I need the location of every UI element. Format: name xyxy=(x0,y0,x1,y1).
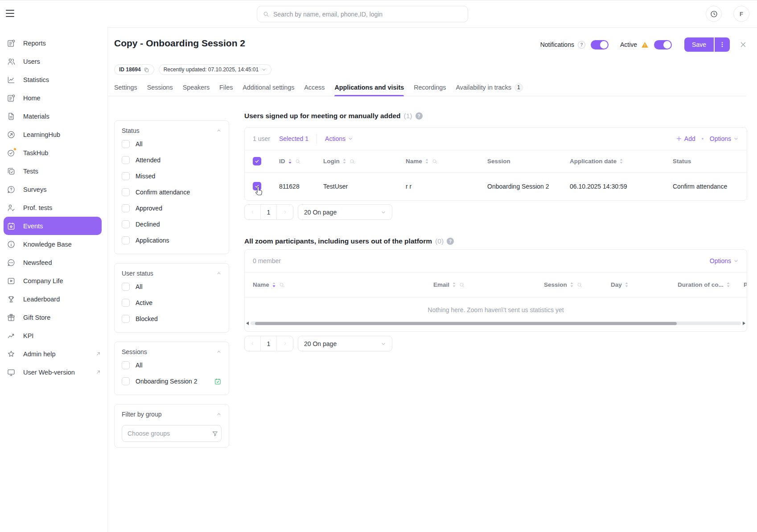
sidebar-item-taskhub[interactable]: TaskHub xyxy=(0,144,107,162)
checkbox[interactable] xyxy=(122,377,130,385)
column-search-icon[interactable] xyxy=(459,282,465,288)
filter-status-header[interactable]: Status xyxy=(122,125,222,136)
column-search-icon[interactable] xyxy=(295,158,301,165)
column-search-icon[interactable] xyxy=(349,158,355,165)
search-input[interactable] xyxy=(273,11,462,18)
prev-page-button[interactable] xyxy=(245,336,261,351)
filter-option-onboarding-session-2[interactable]: Onboarding Session 2 xyxy=(122,373,222,389)
column-header-day[interactable]: Day xyxy=(605,281,672,288)
sidebar-item-knowledge-base[interactable]: Knowledge Base xyxy=(0,235,107,253)
recently-updated-badge[interactable]: Recently updated: 07.10.2025, 14:45:01 xyxy=(159,64,272,75)
sort-icon[interactable] xyxy=(288,158,292,164)
sidebar-item-users[interactable]: Users xyxy=(0,52,107,70)
filter-option-confirm-attendance[interactable]: Confirm attendance xyxy=(122,184,222,200)
filter-group-header[interactable]: Filter by group xyxy=(122,409,222,420)
checkbox[interactable] xyxy=(122,220,130,228)
column-header-name[interactable]: Name xyxy=(245,281,428,288)
column-header-application-date[interactable]: Application date xyxy=(564,158,667,165)
filter-option-declined[interactable]: Declined xyxy=(122,216,222,232)
funnel-filter-icon[interactable] xyxy=(212,430,218,437)
scroll-left-arrow[interactable] xyxy=(246,322,249,325)
scrollbar-track[interactable] xyxy=(251,322,741,325)
filter-user-status-header[interactable]: User status xyxy=(122,268,222,279)
tab-settings[interactable]: Settings xyxy=(114,80,137,96)
checkbox[interactable] xyxy=(122,204,130,212)
tab-additional-settings[interactable]: Additional settings xyxy=(243,80,294,96)
help-icon[interactable]: ? xyxy=(578,41,585,49)
column-header-duration[interactable]: Duration of co... xyxy=(672,281,738,288)
column-header-id[interactable]: ID xyxy=(273,158,317,165)
selected-count-link[interactable]: Selected 1 xyxy=(279,135,309,142)
column-header-email[interactable]: Email xyxy=(428,281,538,288)
scroll-right-arrow[interactable] xyxy=(743,322,745,325)
hamburger-menu-icon[interactable] xyxy=(6,10,14,17)
column-header-name[interactable]: Name xyxy=(400,158,481,165)
sort-icon[interactable] xyxy=(625,282,629,288)
sidebar-item-reports[interactable]: Reports xyxy=(0,34,107,52)
next-page-button[interactable] xyxy=(277,205,293,219)
sidebar-item-events[interactable]: Events xyxy=(4,217,102,235)
add-button[interactable]: Add xyxy=(676,135,695,142)
user-avatar[interactable]: F xyxy=(733,6,749,22)
history-clock-button[interactable] xyxy=(706,6,722,22)
next-page-button[interactable] xyxy=(277,336,293,351)
column-header-participant[interactable]: Pa xyxy=(738,281,747,288)
prev-page-button[interactable] xyxy=(245,205,261,219)
tab-access[interactable]: Access xyxy=(304,80,325,96)
sort-icon[interactable] xyxy=(570,282,574,288)
checkbox[interactable] xyxy=(122,315,130,323)
sort-icon[interactable] xyxy=(425,158,429,164)
tab-recordings[interactable]: Recordings xyxy=(414,80,446,96)
sort-icon[interactable] xyxy=(619,158,623,164)
column-header-status[interactable]: Status xyxy=(667,158,747,165)
actions-dropdown[interactable]: Actions xyxy=(325,135,353,142)
checkbox[interactable] xyxy=(122,140,130,148)
column-header-session[interactable]: Session xyxy=(538,281,605,288)
sidebar-item-materials[interactable]: Materials xyxy=(0,107,107,125)
checkbox[interactable] xyxy=(122,299,130,307)
sort-icon[interactable] xyxy=(726,282,730,288)
sidebar-item-gift-store[interactable]: Gift Store xyxy=(0,308,107,326)
per-page-select[interactable]: 20 On page xyxy=(298,204,392,220)
sidebar-item-statistics[interactable]: Statistics xyxy=(0,70,107,89)
filter-option-all[interactable]: All xyxy=(122,357,222,373)
filter-option-approved[interactable]: Approved xyxy=(122,200,222,216)
sort-icon[interactable] xyxy=(452,282,456,288)
current-page[interactable]: 1 xyxy=(261,205,277,219)
sidebar-item-newsfeed[interactable]: Newsfeed xyxy=(0,253,107,272)
sidebar-item-home[interactable]: Home xyxy=(0,89,107,107)
filter-option-active[interactable]: Active xyxy=(122,295,222,311)
sidebar-item-leaderboard[interactable]: Leaderboard xyxy=(0,290,107,308)
column-search-icon[interactable] xyxy=(432,158,438,165)
sidebar-item-surveys[interactable]: Surveys xyxy=(0,180,107,198)
filter-sessions-header[interactable]: Sessions xyxy=(122,346,222,357)
current-page[interactable]: 1 xyxy=(261,336,277,351)
sidebar-item-admin-help[interactable]: Admin help xyxy=(0,345,107,363)
more-actions-kebab-button[interactable] xyxy=(715,37,730,52)
row-checkbox[interactable] xyxy=(253,182,261,190)
sort-icon[interactable] xyxy=(272,282,276,288)
sort-icon[interactable] xyxy=(342,158,346,164)
close-icon[interactable] xyxy=(739,41,747,49)
options-dropdown[interactable]: Options xyxy=(710,135,739,142)
options-dropdown[interactable]: Options xyxy=(710,257,739,264)
column-search-icon[interactable] xyxy=(576,282,583,288)
sidebar-item-user-web-version[interactable]: User Web-version xyxy=(0,363,107,381)
filter-option-missed[interactable]: Missed xyxy=(122,168,222,184)
scrollbar-thumb[interactable] xyxy=(255,322,677,325)
help-icon[interactable]: ? xyxy=(447,238,454,245)
checkbox[interactable] xyxy=(122,283,130,291)
tab-sessions[interactable]: Sessions xyxy=(147,80,173,96)
tab-applications-and-visits[interactable]: Applications and visits xyxy=(334,80,404,96)
choose-groups-input[interactable] xyxy=(128,430,208,437)
tab-files[interactable]: Files xyxy=(219,80,233,96)
filter-option-applications[interactable]: Applications xyxy=(122,232,222,248)
filter-option-attended[interactable]: Attended xyxy=(122,152,222,168)
checkbox[interactable] xyxy=(122,188,130,196)
checkbox[interactable] xyxy=(122,236,130,244)
active-toggle[interactable] xyxy=(654,40,672,49)
sidebar-item-kpi[interactable]: KPI xyxy=(0,326,107,345)
sidebar-item-tests[interactable]: Tests xyxy=(0,162,107,180)
filter-option-all[interactable]: All xyxy=(122,136,222,152)
tab-availability-in-tracks[interactable]: Availability in tracks 1 xyxy=(456,80,522,96)
